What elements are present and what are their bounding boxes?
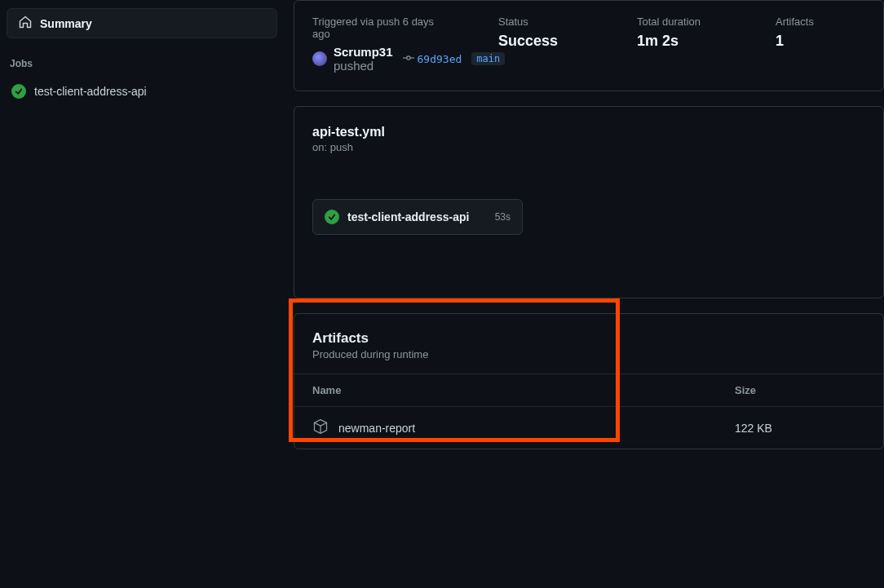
success-check-icon <box>325 210 339 224</box>
artifacts-label: Artifacts <box>776 15 865 28</box>
git-commit-icon <box>403 52 414 66</box>
sidebar-job-name: test-client-address-api <box>34 85 147 98</box>
workflow-job-name: test-client-address-api <box>347 210 487 223</box>
artifact-name: newman-report <box>338 422 415 435</box>
col-name-header: Name <box>312 384 735 396</box>
duration-col: Total duration 1m 2s <box>637 15 727 73</box>
status-label: Status <box>498 15 588 28</box>
jobs-heading: Jobs <box>10 58 277 69</box>
col-size-header: Size <box>735 384 865 396</box>
trigger-label: Triggered via push 6 days ago <box>312 15 449 40</box>
main-content: Triggered via push 6 days ago Scrump31 p… <box>284 0 884 588</box>
artifact-row[interactable]: newman-report 122 KB <box>294 407 883 449</box>
workflow-job-chip[interactable]: test-client-address-api 53s <box>312 199 523 235</box>
trigger-info: Triggered via push 6 days ago Scrump31 p… <box>312 15 449 73</box>
duration-label: Total duration <box>637 15 727 28</box>
commit-sha: 69d93ed <box>418 53 462 65</box>
status-value: Success <box>498 33 588 50</box>
run-summary-card: Triggered via push 6 days ago Scrump31 p… <box>294 0 884 91</box>
package-icon <box>312 418 329 437</box>
sidebar-job-item[interactable]: test-client-address-api <box>7 79 277 104</box>
status-col: Status Success <box>498 15 588 73</box>
summary-button[interactable]: Summary <box>7 8 277 38</box>
svg-point-0 <box>406 55 409 59</box>
duration-value: 1m 2s <box>637 33 727 50</box>
workflow-job-duration: 53s <box>495 211 511 223</box>
workflow-trigger-line: on: push <box>312 141 865 153</box>
artifacts-col: Artifacts 1 <box>776 15 865 73</box>
artifact-size: 122 KB <box>735 422 865 435</box>
artifacts-card: Artifacts Produced during runtime Name S… <box>294 313 884 449</box>
workflow-filename[interactable]: api-test.yml <box>312 125 865 139</box>
success-check-icon <box>11 84 26 99</box>
summary-label: Summary <box>40 17 92 30</box>
artifacts-title: Artifacts <box>312 330 865 347</box>
author-link[interactable]: Scrump31 <box>334 45 393 59</box>
artifacts-table-header: Name Size <box>294 374 883 407</box>
commit-link[interactable]: 69d93ed <box>403 52 462 66</box>
artifacts-count: 1 <box>776 33 865 50</box>
home-icon <box>19 15 32 31</box>
pushed-word: pushed <box>334 59 373 73</box>
sidebar: Summary Jobs test-client-address-api <box>0 0 284 588</box>
avatar[interactable] <box>312 51 327 66</box>
workflow-card: api-test.yml on: push test-client-addres… <box>294 106 884 298</box>
artifacts-subtitle: Produced during runtime <box>312 348 865 360</box>
